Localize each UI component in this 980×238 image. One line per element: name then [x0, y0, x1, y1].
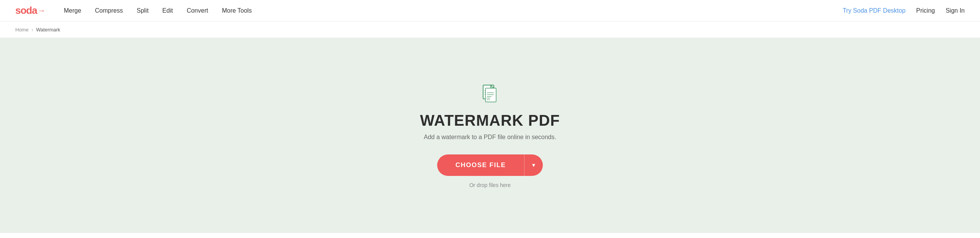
nav-item-convert[interactable]: Convert [187, 7, 208, 14]
breadcrumb-separator: › [31, 27, 33, 33]
choose-file-button[interactable]: CHOOSE FILE [437, 154, 524, 176]
breadcrumb: Home › Watermark [15, 27, 60, 33]
breadcrumb-bar: Home › Watermark [0, 21, 980, 38]
watermark-pdf-icon: W [479, 83, 501, 104]
page-title: WATERMARK PDF [420, 112, 560, 129]
choose-file-dropdown-button[interactable]: ▾ [524, 154, 543, 176]
main-content: W WATERMARK PDF Add a watermark to a PDF… [0, 38, 980, 233]
main-nav: Merge Compress Split Edit Convert More T… [64, 7, 843, 14]
drop-hint: Or drop files here [469, 182, 511, 188]
breadcrumb-current: Watermark [36, 27, 60, 33]
try-desktop-link[interactable]: Try Soda PDF Desktop [843, 7, 905, 14]
logo-arrow: → [38, 6, 46, 15]
nav-item-split[interactable]: Split [137, 7, 149, 14]
nav-item-compress[interactable]: Compress [95, 7, 123, 14]
pricing-link[interactable]: Pricing [916, 7, 935, 14]
center-box: W WATERMARK PDF Add a watermark to a PDF… [420, 83, 560, 188]
dropdown-chevron-icon: ▾ [532, 161, 535, 169]
nav-item-edit[interactable]: Edit [162, 7, 173, 14]
logo-text: soda [15, 5, 37, 16]
nav-item-merge[interactable]: Merge [64, 7, 81, 14]
nav-item-more-tools[interactable]: More Tools [222, 7, 252, 14]
header-right: Try Soda PDF Desktop Pricing Sign In [843, 7, 965, 14]
subtitle: Add a watermark to a PDF file online in … [424, 134, 556, 141]
breadcrumb-home[interactable]: Home [15, 27, 29, 33]
svg-text:W: W [487, 97, 490, 101]
header: soda → Merge Compress Split Edit Convert… [0, 0, 980, 21]
signin-link[interactable]: Sign In [946, 7, 965, 14]
logo[interactable]: soda → [15, 5, 46, 16]
pdf-icon-wrapper: W [479, 83, 501, 106]
choose-file-container: CHOOSE FILE ▾ [437, 154, 543, 176]
